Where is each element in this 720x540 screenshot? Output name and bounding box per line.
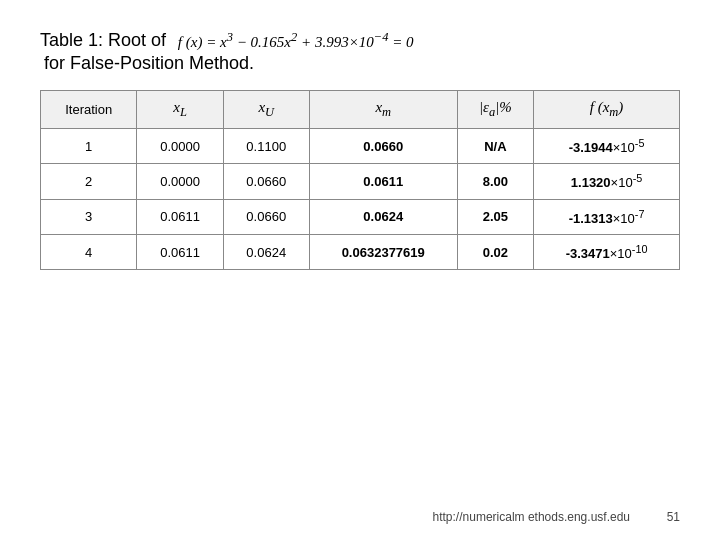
footer-url-part1: ethods.eng.usf.edu [528,510,630,524]
page: Table 1: Root of f (x) = x3 − 0.165x2 + … [0,0,720,540]
cell-ea: 2.05 [457,199,534,234]
footer-url-part2: http://numericalm [433,510,525,524]
footer: http://numericalm ethods.eng.usf.edu 51 [40,510,680,524]
formula-display: f (x) = x3 − 0.165x2 + 3.993×10−4 = 0 [174,30,414,51]
cell-ea: 8.00 [457,164,534,199]
header-ea: |εa|% [457,91,534,129]
header-xm: xm [309,91,457,129]
title-area: Table 1: Root of f (x) = x3 − 0.165x2 + … [40,30,680,74]
cell-xL: 0.0611 [137,199,223,234]
cell-fxm: 1.1320×10-5 [534,164,680,199]
cell-xL: 0.0000 [137,129,223,164]
table-row: 40.06110.06240.06323776190.02-3.3471×10-… [41,234,680,269]
header-iteration: Iteration [41,91,137,129]
header-xL: xL [137,91,223,129]
title-line2: for False-Position Method. [40,53,680,74]
cell-xm: 0.0660 [309,129,457,164]
cell-xm: 0.0624 [309,199,457,234]
footer-url: http://numericalm ethods.eng.usf.edu [40,510,650,524]
table-row: 10.00000.11000.0660N/A-3.1944×10-5 [41,129,680,164]
header-xU: xU [223,91,309,129]
footer-page-number: 51 [650,510,680,524]
table-row: 20.00000.06600.06118.001.1320×10-5 [41,164,680,199]
cell-iteration: 1 [41,129,137,164]
data-table: Iteration xL xU xm |εa|% f (xm) 10.00000… [40,90,680,270]
cell-xm: 0.0632377619 [309,234,457,269]
cell-iteration: 4 [41,234,137,269]
cell-fxm: -1.1313×10-7 [534,199,680,234]
cell-xm: 0.0611 [309,164,457,199]
cell-xU: 0.0660 [223,164,309,199]
cell-xL: 0.0000 [137,164,223,199]
cell-xL: 0.0611 [137,234,223,269]
table-row: 30.06110.06600.06242.05-1.1313×10-7 [41,199,680,234]
cell-xU: 0.1100 [223,129,309,164]
cell-ea: N/A [457,129,534,164]
cell-iteration: 3 [41,199,137,234]
title-text: Table 1: Root of [40,30,166,51]
header-fxm: f (xm) [534,91,680,129]
table-header-row: Iteration xL xU xm |εa|% f (xm) [41,91,680,129]
cell-fxm: -3.3471×10-10 [534,234,680,269]
cell-xU: 0.0660 [223,199,309,234]
cell-xU: 0.0624 [223,234,309,269]
cell-fxm: -3.1944×10-5 [534,129,680,164]
cell-iteration: 2 [41,164,137,199]
cell-ea: 0.02 [457,234,534,269]
title-line1: Table 1: Root of f (x) = x3 − 0.165x2 + … [40,30,680,51]
